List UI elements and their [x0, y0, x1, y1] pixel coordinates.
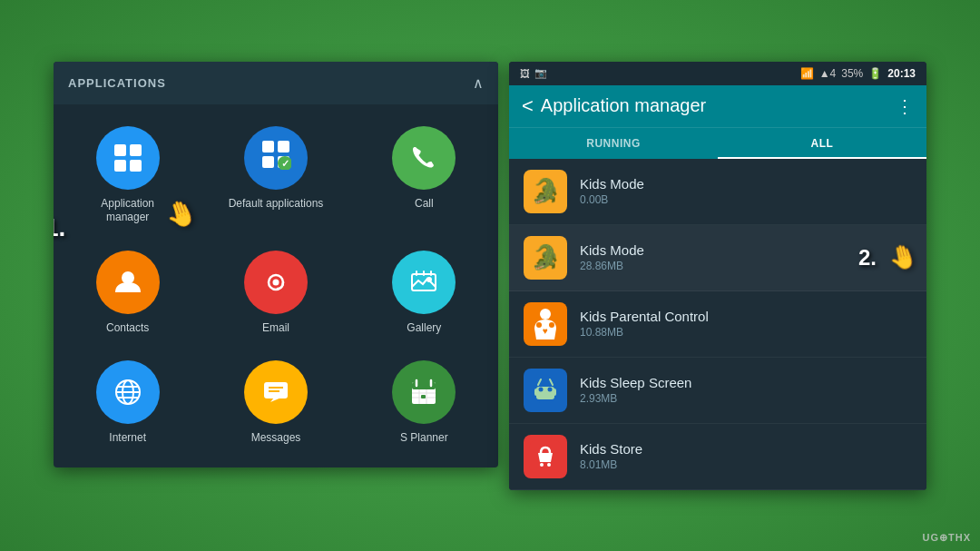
- svg-rect-34: [421, 395, 426, 398]
- tab-all[interactable]: ALL: [718, 128, 926, 159]
- kids-sleep-size: 2.93MB: [580, 392, 912, 405]
- list-item-kids-mode-1[interactable]: 🐊 Kids Mode 0.00B: [509, 159, 926, 225]
- app-item-contacts[interactable]: Contacts: [54, 238, 201, 349]
- kids-mode-2-icon: 🐊: [524, 236, 567, 280]
- left-panel: APPLICATIONS ∧ 1. 🤚 Applicationmanager: [54, 62, 498, 467]
- svg-rect-4: [262, 141, 274, 153]
- app-manager-header: < Application manager ⋮: [509, 85, 926, 127]
- svg-rect-3: [130, 160, 142, 172]
- app-item-application-manager[interactable]: 1. 🤚 Applicationmanager: [54, 113, 201, 238]
- header-left: < Application manager: [522, 94, 706, 118]
- splanner-icon: [392, 360, 456, 424]
- signal-icon: ▲4: [819, 67, 837, 80]
- app-item-messages[interactable]: Messages: [201, 348, 349, 458]
- tabs-bar: RUNNING ALL: [509, 127, 926, 159]
- gallery-icon: [392, 251, 456, 314]
- tab-running[interactable]: RUNNING: [509, 128, 718, 159]
- svg-point-49: [547, 463, 551, 467]
- kids-sleep-icon: [524, 369, 567, 412]
- email-label: Email: [262, 321, 289, 336]
- app-item-gallery[interactable]: Gallery: [350, 238, 498, 349]
- step1-badge: 1.: [54, 213, 65, 242]
- svg-point-48: [540, 463, 544, 467]
- wifi-icon: 📶: [800, 67, 814, 80]
- app-item-email[interactable]: Email: [201, 238, 349, 349]
- clock: 20:13: [887, 67, 916, 80]
- svg-point-36: [536, 322, 542, 328]
- kids-store-info: Kids Store 8.01MB: [580, 441, 912, 471]
- app-item-internet[interactable]: Internet: [54, 348, 201, 458]
- kids-parental-info: Kids Parental Control 10.88MB: [580, 309, 912, 339]
- app-item-call[interactable]: Call: [350, 113, 498, 238]
- more-options-button[interactable]: ⋮: [896, 95, 914, 117]
- call-label: Call: [415, 197, 434, 212]
- step2-badge: 2.: [858, 245, 877, 271]
- svg-point-37: [549, 322, 554, 328]
- app-manager-title: Application manager: [541, 95, 706, 116]
- default-apps-icon: ✓: [244, 126, 308, 190]
- app-list: 🐊 Kids Mode 0.00B 🐊 Kids Mode 28.86MB 2.…: [509, 159, 926, 490]
- list-item-kids-sleep[interactable]: Kids Sleep Screen 2.93MB: [509, 358, 926, 424]
- battery-level: 35%: [841, 67, 863, 80]
- svg-point-10: [122, 271, 134, 284]
- list-item-kids-store[interactable]: Kids Store 8.01MB: [509, 424, 926, 490]
- kids-store-name: Kids Store: [580, 441, 912, 457]
- email-icon: [244, 251, 308, 314]
- hand1-icon: 🤚: [162, 194, 201, 233]
- svg-rect-46: [553, 389, 556, 396]
- kids-store-icon: [524, 435, 567, 478]
- status-bar: 🖼 📷 📶 ▲4 35% 🔋 20:13: [509, 62, 926, 85]
- left-header: APPLICATIONS ∧: [54, 62, 498, 104]
- kids-parental-name: Kids Parental Control: [580, 309, 912, 324]
- svg-rect-0: [114, 144, 126, 156]
- status-left-icons: 🖼 📷: [520, 67, 547, 79]
- svg-rect-6: [262, 156, 274, 168]
- hand2-icon: 🤚: [886, 240, 921, 274]
- kids-sleep-info: Kids Sleep Screen 2.93MB: [580, 375, 912, 405]
- right-panel: 🖼 📷 📶 ▲4 35% 🔋 20:13 < Application manag…: [509, 62, 926, 490]
- svg-point-35: [540, 309, 551, 320]
- svg-rect-45: [534, 389, 538, 396]
- svg-point-12: [272, 279, 279, 285]
- list-item-kids-mode-2[interactable]: 🐊 Kids Mode 28.86MB 2. 🤚: [509, 225, 926, 291]
- app-item-default-applications[interactable]: ✓ Default applications: [201, 113, 349, 238]
- app-manager-label: Applicationmanager: [101, 197, 154, 225]
- splanner-label: S Planner: [400, 431, 448, 446]
- svg-rect-2: [114, 160, 126, 172]
- list-item-kids-parental[interactable]: ♥ Kids Parental Control 10.88MB: [509, 291, 926, 358]
- messages-label: Messages: [251, 431, 301, 446]
- default-apps-label: Default applications: [229, 197, 324, 212]
- watermark: UG⊕THX: [923, 532, 972, 544]
- svg-text:✓: ✓: [280, 158, 289, 169]
- internet-label: Internet: [109, 431, 146, 446]
- back-button[interactable]: <: [522, 94, 534, 118]
- app-manager-icon: [96, 126, 160, 190]
- app-item-splanner[interactable]: S Planner: [350, 348, 498, 458]
- internet-icon: [96, 360, 160, 424]
- app-grid: 1. 🤚 Applicationmanager ✓: [54, 104, 498, 467]
- kids-sleep-name: Kids Sleep Screen: [580, 375, 912, 390]
- svg-point-42: [548, 387, 553, 391]
- kids-parental-size: 10.88MB: [580, 326, 912, 339]
- screenshot-icon: 📷: [534, 67, 547, 79]
- contacts-icon: [96, 251, 160, 314]
- kids-mode-1-icon: 🐊: [524, 170, 567, 213]
- svg-point-14: [426, 277, 432, 282]
- messages-icon: [244, 360, 308, 424]
- kids-store-size: 8.01MB: [580, 458, 912, 471]
- photo-icon: 🖼: [520, 68, 530, 79]
- svg-point-41: [539, 387, 544, 391]
- chevron-up-icon: ∧: [473, 74, 484, 92]
- svg-rect-1: [130, 144, 142, 156]
- battery-icon: 🔋: [868, 67, 882, 80]
- contacts-label: Contacts: [106, 321, 149, 336]
- kids-mode-1-name: Kids Mode: [580, 176, 912, 192]
- kids-mode-1-size: 0.00B: [580, 193, 912, 206]
- kids-mode-1-info: Kids Mode 0.00B: [580, 176, 912, 206]
- status-right: 📶 ▲4 35% 🔋 20:13: [800, 67, 916, 80]
- svg-rect-5: [278, 141, 289, 153]
- call-icon: [392, 126, 456, 190]
- svg-text:♥: ♥: [543, 326, 548, 336]
- applications-title: APPLICATIONS: [68, 76, 166, 90]
- kids-parental-icon: ♥: [524, 302, 567, 346]
